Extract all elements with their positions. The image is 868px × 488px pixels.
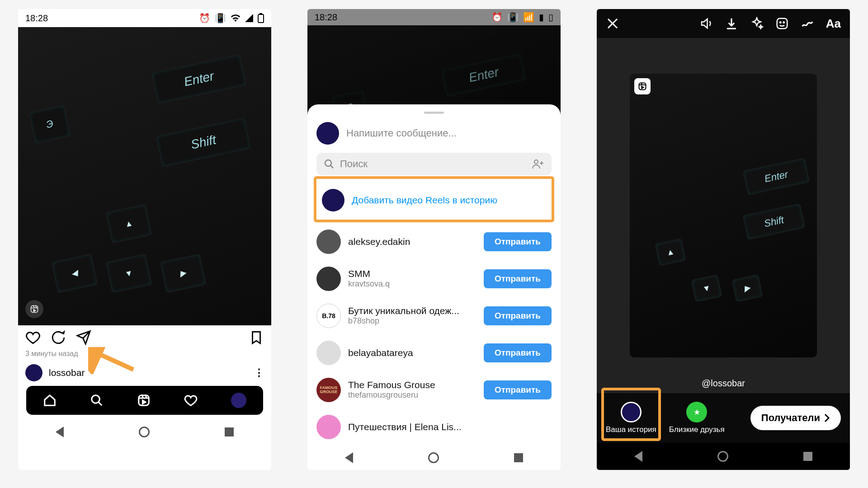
avatar — [322, 189, 344, 211]
signal-icon: ▮ — [539, 12, 544, 23]
reels-nav-icon[interactable] — [137, 394, 151, 407]
vibrate-icon: 📳 — [215, 13, 226, 23]
status-bar: 18:28 ⏰ 📳 — [18, 9, 271, 27]
status-time: 18:28 — [25, 13, 48, 23]
add-to-story-button[interactable]: Добавить видео Reels в историю — [318, 182, 550, 219]
search-icon[interactable] — [90, 394, 104, 407]
story-editor-toolbar: Aa — [597, 9, 850, 38]
avatar — [621, 402, 642, 422]
download-icon[interactable] — [725, 17, 738, 30]
story-attribution[interactable]: @lossobar — [597, 378, 850, 389]
contact-row[interactable]: Путешествия | Elena Lis... — [316, 408, 552, 446]
contact-name: The Famous Grouse — [348, 380, 476, 390]
contact-row[interactable]: belayabatareya Отправить — [316, 334, 552, 371]
bookmark-icon[interactable] — [249, 330, 264, 345]
svg-rect-0 — [258, 14, 264, 23]
avatar: B.78 — [316, 304, 341, 328]
contact-name: Бутик уникальной одеж... — [348, 305, 476, 316]
close-friends-label: Близкие друзья — [669, 425, 725, 434]
alarm-icon: ⏰ — [199, 13, 210, 23]
more-icon[interactable]: ⋮ — [254, 367, 264, 379]
draw-icon[interactable] — [801, 17, 814, 30]
avatar — [25, 364, 42, 381]
avatar: FAMOUSGROUSE — [316, 378, 341, 402]
story-media-preview[interactable]: Enter Shift ▲ ▼ ▶ — [630, 74, 817, 358]
svg-point-3 — [92, 395, 100, 404]
close-friends-button[interactable]: ★ Близкие друзья — [669, 402, 725, 434]
comment-icon[interactable] — [51, 330, 66, 345]
contact-sub: thefamousgrouseru — [348, 390, 476, 400]
android-back[interactable] — [56, 427, 64, 437]
annotation-highlight: Добавить видео Reels в историю — [314, 176, 554, 222]
avatar — [316, 122, 339, 145]
search-placeholder: Поиск — [340, 158, 368, 170]
android-home[interactable] — [428, 452, 439, 463]
signal-icon — [245, 14, 253, 22]
add-user-icon[interactable] — [532, 159, 544, 169]
post-media[interactable]: Enter Shift Э ▲ ◀ ▼ ▶ — [18, 27, 271, 325]
battery-icon: ▯ — [548, 12, 553, 23]
android-recent[interactable] — [225, 427, 234, 436]
svg-rect-1 — [259, 13, 262, 14]
sticker-icon[interactable] — [775, 17, 789, 30]
recipients-button[interactable]: Получатели — [750, 406, 841, 430]
post-actions — [18, 325, 271, 350]
reels-chip-icon — [634, 78, 651, 94]
story-canvas[interactable]: Enter Shift ▲ ▼ ▶ @lossobar — [597, 38, 850, 393]
recipients-label: Получатели — [761, 412, 820, 424]
android-home[interactable] — [717, 451, 728, 462]
your-story-label: Ваша история — [606, 425, 656, 434]
svg-point-9 — [783, 22, 784, 23]
android-back[interactable] — [345, 452, 353, 463]
contact-row[interactable]: SMM kravtsova.q Отправить — [316, 260, 552, 297]
android-recent[interactable] — [514, 453, 523, 462]
chevron-right-icon — [824, 413, 830, 422]
status-icons: ⏰ 📳 — [199, 13, 264, 23]
contact-name: belayabatareya — [348, 347, 476, 358]
share-icon[interactable] — [76, 330, 91, 345]
send-button[interactable]: Отправить — [484, 232, 552, 251]
send-button[interactable]: Отправить — [484, 380, 552, 399]
activity-icon[interactable] — [184, 394, 198, 407]
contact-name: SMM — [348, 268, 476, 279]
contact-row[interactable]: aleksey.edakin Отправить — [316, 223, 552, 260]
wifi-icon — [231, 14, 241, 22]
screenshot-feed: 18:28 ⏰ 📳 Enter Shift Э ▲ ◀ ▼ ▶ — [18, 9, 271, 470]
svg-point-5 — [325, 160, 331, 166]
close-icon[interactable] — [606, 17, 619, 30]
app-bottom-nav — [26, 386, 263, 415]
android-recent[interactable] — [803, 452, 812, 461]
contact-row[interactable]: FAMOUSGROUSE The Famous Grouse thefamous… — [316, 371, 552, 408]
contact-sub: kravtsova.q — [348, 279, 476, 289]
avatar — [316, 230, 341, 254]
message-input[interactable]: Напишите сообщение... — [346, 127, 457, 139]
next-post-header[interactable]: lossobar ⋮ — [18, 362, 271, 386]
send-button[interactable]: Отправить — [484, 306, 552, 325]
profile-avatar[interactable] — [231, 393, 246, 408]
message-row[interactable]: Напишите сообщение... — [316, 120, 552, 153]
home-icon[interactable] — [43, 394, 57, 407]
add-to-story-label: Добавить видео Reels в историю — [352, 195, 497, 206]
send-button[interactable]: Отправить — [484, 269, 552, 288]
sheet-drag-handle[interactable] — [424, 112, 444, 114]
your-story-button[interactable]: Ваша история — [606, 402, 656, 434]
android-nav-bar — [597, 443, 850, 470]
avatar — [316, 415, 341, 439]
post-timestamp: 3 минуты назад — [18, 350, 271, 362]
alarm-icon: ⏰ — [491, 12, 503, 23]
android-nav-bar — [307, 446, 561, 470]
android-back[interactable] — [634, 451, 642, 462]
send-button[interactable]: Отправить — [484, 343, 552, 362]
contact-name: Путешествия | Elena Lis... — [348, 422, 552, 432]
contact-name: aleksey.edakin — [348, 236, 476, 247]
status-time: 18:28 — [315, 12, 337, 23]
story-bottom-bar: Ваша история ★ Близкие друзья Получатели — [597, 393, 850, 443]
like-icon[interactable] — [25, 330, 41, 345]
post-media-dimmed: Enter Э — [307, 25, 561, 115]
android-home[interactable] — [139, 427, 150, 437]
contact-row[interactable]: B.78 Бутик уникальной одеж... b78shop От… — [316, 297, 552, 334]
search-box[interactable]: Поиск — [316, 153, 552, 175]
sound-icon[interactable] — [699, 17, 713, 30]
text-icon[interactable]: Aa — [826, 17, 841, 31]
effects-icon[interactable] — [750, 17, 764, 30]
